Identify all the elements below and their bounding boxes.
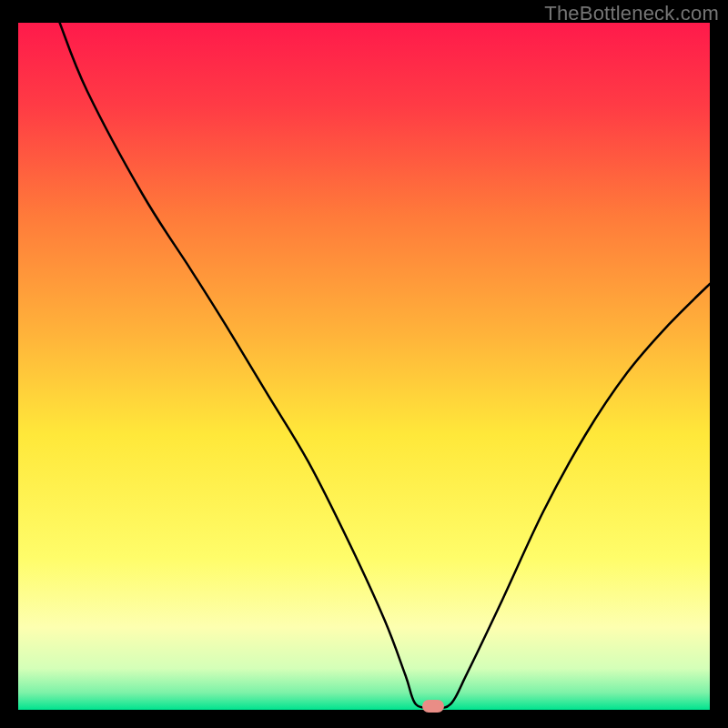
chart-frame: TheBottleneck.com xyxy=(0,0,728,728)
optimal-point-marker xyxy=(422,700,444,713)
chart-background xyxy=(18,23,710,710)
watermark-text: TheBottleneck.com xyxy=(544,2,719,25)
plot-area xyxy=(18,23,710,710)
bottleneck-chart-svg xyxy=(18,23,710,710)
